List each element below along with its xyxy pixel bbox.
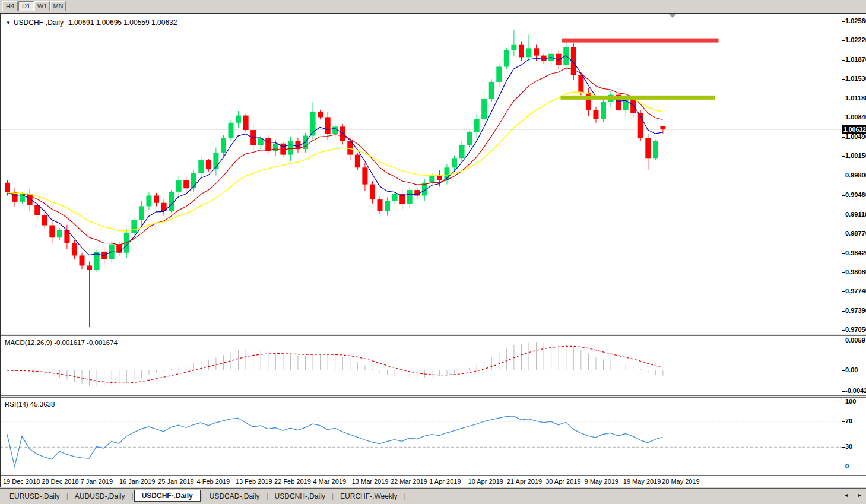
price-axis-label: 0.97050 [845, 326, 866, 333]
rsi-axis-label: 100 [845, 398, 856, 405]
macd-panel: MACD(12,26,9) -0.001617 -0.001674 0.0059… [0, 336, 866, 395]
date-axis-label: 9 May 2019 [585, 478, 618, 485]
rsi-axis-label: 30 [845, 443, 852, 450]
price-axis-label: 0.99800 [845, 172, 866, 179]
date-axis-label: 13 Feb 2019 [236, 478, 272, 485]
chart-title-arrow-icon: ▼ [6, 20, 11, 26]
chart-window-left-border [0, 13, 1, 487]
panel-divider[interactable] [0, 395, 866, 398]
price-axis-tick [842, 99, 845, 99]
price-axis-label: 1.01530 [845, 75, 866, 82]
tab-scroll-left-icon[interactable]: ◄ [843, 492, 849, 498]
date-axis-label: 16 Jan 2019 [119, 478, 156, 485]
tab-scroll-right-icon[interactable]: ► [857, 492, 862, 498]
macd-axis-tick [842, 341, 845, 341]
price-axis-tick [842, 253, 845, 254]
date-axis-label: 19 May 2019 [623, 478, 661, 485]
price-axis-label: 0.99110 [845, 211, 866, 218]
price-chart-panel: ▼USDCHF-,Daily1.00691 1.00695 1.00559 1.… [0, 14, 866, 334]
rsi-plot[interactable] [0, 398, 842, 475]
chart-shift-marker-icon[interactable] [669, 14, 676, 18]
macd-label: MACD(12,26,9) -0.001617 -0.001674 [5, 339, 118, 346]
timeframe-button-w1[interactable]: W1 [34, 1, 50, 11]
date-axis-label: 10 Apr 2019 [468, 478, 503, 485]
rsi-axis-label: 0 [845, 462, 849, 470]
price-axis-label: 0.97740 [845, 287, 866, 294]
price-axis-tick [842, 137, 845, 138]
price-axis-tick [842, 311, 845, 312]
rsi-panel: RSI(14) 45.3638 10070300 [0, 398, 866, 475]
tab-scroll-arrows: ◄ ► [843, 492, 862, 498]
chart-tab-audusd[interactable]: AUDUSD-,Daily [69, 490, 131, 502]
chart-tab-usdchf[interactable]: USDCHF-,Daily [134, 490, 201, 502]
rsi-canvas[interactable] [0, 398, 842, 475]
date-axis-label: 22 Mar 2019 [391, 478, 427, 485]
price-axis-tick [842, 40, 845, 41]
price-axis-tick [842, 156, 845, 157]
price-axis-tick [842, 330, 845, 331]
price-axis-tick [842, 79, 845, 80]
rsi-label: RSI(14) 45.3638 [5, 401, 55, 408]
date-axis-label: 21 Apr 2019 [507, 478, 542, 485]
chart-tab-bar: EURUSD-,Daily|AUDUSD-,Daily|USDCHF-,Dail… [0, 488, 866, 504]
price-axis-tick [842, 272, 845, 273]
macd-axis-label: 0.00 [845, 366, 858, 373]
price-axis-tick [842, 176, 845, 176]
price-axis-tick [842, 21, 845, 22]
candlestick-canvas[interactable] [0, 14, 842, 334]
price-axis-label: 1.00490 [845, 133, 866, 140]
tab-separator: | [66, 492, 68, 500]
price-axis-tick [842, 195, 845, 196]
macd-axis-tick [842, 370, 845, 371]
timeframe-button-mn[interactable]: MN [50, 1, 66, 11]
date-axis: 19 Dec 201828 Dec 20187 Jan 201916 Jan 2… [0, 476, 866, 487]
date-axis-label: 30 Apr 2019 [545, 478, 580, 485]
tab-separator: | [404, 492, 406, 500]
date-axis-label: 1 Apr 2019 [429, 478, 461, 485]
date-axis-label: 7 Jan 2019 [81, 478, 113, 485]
chart-symbol: USDCHF-,Daily [14, 18, 64, 27]
price-axis-tick [842, 118, 845, 118]
price-axis-label: 1.01180 [845, 94, 866, 102]
price-axis-tick [842, 60, 845, 61]
price-axis-label: 0.99460 [845, 191, 866, 198]
price-axis-label: 0.97390 [845, 307, 866, 314]
date-axis-label: 13 Mar 2019 [352, 478, 389, 485]
chart-tab-usdcad[interactable]: USDCAD-,Daily [204, 490, 266, 502]
panel-divider [0, 475, 866, 476]
macd-axis-label: 0.00597 [845, 337, 866, 344]
price-axis-label: 0.98080 [845, 268, 866, 275]
price-axis-label: 0.98420 [845, 249, 866, 256]
date-axis-label: 25 Jan 2019 [158, 478, 194, 485]
macd-axis-tick [842, 391, 845, 392]
tab-separator: | [332, 492, 334, 500]
macd-canvas[interactable] [0, 336, 842, 395]
price-chart-plot[interactable] [0, 14, 842, 334]
date-axis-label: 4 Mar 2019 [313, 478, 346, 485]
tab-separator: | [132, 492, 134, 500]
macd-axis-label: -0.00424 [845, 387, 866, 394]
price-axis-label: 1.00150 [845, 152, 866, 159]
price-axis-label: 1.02560 [845, 17, 866, 24]
rsi-axis-tick [842, 447, 845, 448]
timeframe-button-d1[interactable]: D1 [18, 1, 34, 11]
price-axis-tick [842, 234, 845, 234]
price-axis-label: 1.00840 [845, 113, 866, 121]
timeframe-toolbar: H4D1W1MN [0, 0, 866, 12]
current-price-badge: 1.00632 [842, 125, 866, 134]
macd-plot[interactable] [0, 336, 842, 395]
price-axis-label: 1.02220 [845, 36, 866, 43]
chart-tab-usdcnh[interactable]: USDCNH-,Daily [269, 490, 331, 502]
rsi-axis-label: 70 [845, 417, 852, 424]
price-axis-tick [842, 291, 845, 292]
chart-tab-eurusd[interactable]: EURUSD-,Daily [4, 490, 66, 502]
timeframe-button-h4[interactable]: H4 [2, 1, 18, 11]
rsi-axis-tick [842, 402, 845, 402]
chart-tab-eurchf[interactable]: EURCHF-,Weekly [334, 490, 403, 502]
date-axis-label: 22 Feb 2019 [274, 478, 311, 485]
rsi-axis-tick [842, 467, 845, 467]
panel-divider[interactable] [0, 334, 866, 336]
tab-separator: | [266, 492, 268, 500]
tab-separator: | [201, 492, 203, 500]
chart-title: ▼USDCHF-,Daily1.00691 1.00695 1.00559 1.… [6, 18, 177, 27]
